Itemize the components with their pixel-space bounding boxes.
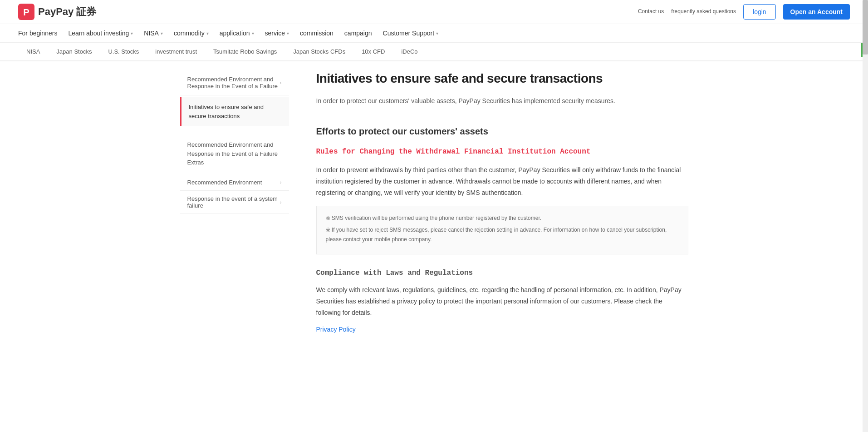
content-layout: Recommended Environment and Response in … (162, 61, 706, 342)
main-nav: For beginners Learn about investing ▾ NI… (0, 24, 868, 43)
privacy-link[interactable]: Privacy Policy (316, 326, 356, 333)
subsection1-heading: Rules for Changing the Withdrawal Financ… (316, 147, 688, 157)
note2: ※ If you have set to reject SMS messages… (326, 225, 679, 245)
chevron-right-icon: › (280, 80, 282, 85)
nav-learn-investing[interactable]: Learn about investing ▾ (68, 30, 133, 37)
nav-customer-support[interactable]: Customer Support ▾ (383, 30, 439, 37)
sidebar-section2-label: Recommended Environment and Response in … (187, 140, 282, 167)
logo-text: PayPay 証券 (38, 5, 96, 19)
scrollbar-thumb[interactable] (863, 0, 868, 55)
chevron-down-icon: ▾ (206, 31, 209, 36)
intro-text: In order to protect our customers' valua… (316, 96, 688, 107)
nav-application[interactable]: application ▾ (220, 30, 254, 37)
page-title: Initiatives to ensure safe and secure tr… (316, 70, 688, 87)
login-button[interactable]: login (743, 4, 776, 20)
nav-campaign[interactable]: campaign (344, 30, 372, 37)
chevron-right-icon: › (280, 179, 282, 185)
sub-nav-ideco[interactable]: iDeCo (393, 43, 426, 61)
sub-nav-japan-stocks[interactable]: Japan Stocks (48, 43, 100, 61)
section1-heading: Efforts to protect our customers' assets (316, 125, 688, 138)
chevron-down-icon: ▾ (287, 31, 289, 36)
sidebar-sub-item-env[interactable]: Recommended Environment › (180, 174, 289, 191)
nav-for-beginners[interactable]: For beginners (18, 30, 57, 37)
chevron-right-icon: › (280, 199, 282, 205)
sidebar-active-section[interactable]: Initiatives to ensure safe and secure tr… (180, 97, 289, 126)
nav-commission[interactable]: commission (300, 30, 333, 37)
logo-area: P PayPay 証券 (18, 4, 96, 20)
chevron-down-icon: ▾ (436, 31, 438, 36)
subsection2-heading: Compliance with Laws and Regulations (316, 269, 688, 277)
sidebar-sub-item1-label: Recommended Environment (187, 179, 262, 186)
sub-nav-10x-cfd[interactable]: 10x CFD (353, 43, 393, 61)
sub-nav-investment-trust[interactable]: investment trust (147, 43, 205, 61)
nav-nisa[interactable]: NISA ▾ (144, 30, 163, 37)
subsection2-body: We comply with relevant laws, regulation… (316, 284, 688, 319)
scrollbar-track[interactable] (863, 0, 868, 342)
contact-link[interactable]: Contact us (638, 8, 664, 15)
sidebar: Recommended Environment and Response in … (180, 70, 298, 333)
header: P PayPay 証券 Contact us frequently asked … (0, 0, 868, 24)
sidebar-section2[interactable]: Recommended Environment and Response in … (180, 135, 289, 173)
paypay-logo-icon: P (18, 4, 34, 20)
open-account-button[interactable]: Open an Account (783, 4, 850, 20)
sidebar-active-label: Initiatives to ensure safe and secure tr… (189, 103, 282, 120)
sidebar-parent-item[interactable]: Recommended Environment and Response in … (180, 70, 289, 95)
nav-commodity[interactable]: commodity ▾ (174, 30, 209, 37)
chevron-down-icon: ▾ (252, 31, 254, 36)
note1: ※ SMS verification will be performed usi… (326, 214, 679, 223)
chevron-down-icon: ▾ (161, 31, 163, 36)
sub-nav-nisa[interactable]: NISA (18, 43, 48, 61)
header-links: Contact us frequently asked questions (638, 8, 736, 15)
sidebar-sub-item-response[interactable]: Response in the event of a system failur… (180, 191, 289, 214)
subsection1-body: In order to prevent withdrawals by third… (316, 164, 688, 199)
sidebar-sub-item2-label: Response in the event of a system failur… (187, 195, 280, 209)
faq-link[interactable]: frequently asked questions (671, 8, 736, 15)
sub-nav-japan-cfds[interactable]: Japan Stocks CFDs (285, 43, 353, 61)
nav-service[interactable]: service ▾ (265, 30, 289, 37)
chevron-down-icon: ▾ (131, 31, 133, 36)
sub-nav-us-stocks[interactable]: U.S. Stocks (100, 43, 147, 61)
sidebar-parent-label: Recommended Environment and Response in … (187, 76, 280, 89)
sub-nav: NISA Japan Stocks U.S. Stocks investment… (0, 43, 868, 61)
main-content: Initiatives to ensure safe and secure tr… (298, 70, 688, 333)
note-box: ※ SMS verification will be performed usi… (316, 206, 688, 254)
sub-nav-tsumitate[interactable]: Tsumitate Robo Savings (205, 43, 285, 61)
header-right: Contact us frequently asked questions lo… (638, 4, 850, 20)
svg-text:P: P (23, 7, 29, 17)
